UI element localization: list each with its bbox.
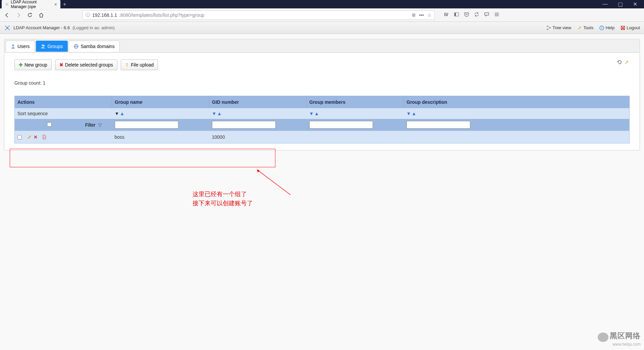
maximize-icon[interactable]: ▢ [618,1,623,7]
sort-members[interactable]: ▼▲ [309,111,319,116]
home-button[interactable] [38,11,45,19]
svg-rect-5 [444,13,445,16]
annotation-arrow [254,168,294,198]
library-icon[interactable] [444,12,449,18]
svg-rect-6 [446,13,446,16]
tree-view-link[interactable]: Tree view [546,25,571,30]
plus-icon: ✚ [19,62,23,68]
filter-members[interactable] [309,121,373,129]
table-row[interactable]: P boss 10000 [15,131,630,143]
menu-icon[interactable] [494,12,499,18]
th-group-name[interactable]: Group name [112,96,209,108]
svg-point-27 [12,44,14,46]
browser-tab[interactable]: LDAP Account Manager (ope × [2,0,60,8]
help-link[interactable]: ?Help [599,25,614,30]
select-all-checkbox[interactable] [17,122,81,127]
svg-point-0 [6,4,7,5]
group-count-label: Group count: 1 [14,80,630,86]
sort-description[interactable]: ▼▲ [407,111,417,116]
svg-rect-9 [454,13,456,16]
groups-table: Actions Group name GID number Group memb… [14,96,630,143]
upload-arrow-icon: ⇧ [125,62,129,68]
delete-icon[interactable] [33,135,38,139]
lam-logo-icon [4,25,11,31]
svg-point-1 [6,3,6,4]
svg-point-29 [43,45,45,47]
content-area: ✚New group ✖Delete selected groups ⇧File… [4,53,640,150]
refresh-icon[interactable] [617,59,622,70]
app-title: LDAP Account Manager - 6.6 [13,25,70,30]
minimize-icon[interactable]: — [602,1,608,7]
url-field[interactable]: ⓘ 192.168.1.1:8080/templates/lists/list.… [83,10,435,20]
filter-group-name[interactable] [115,121,178,129]
site-info-icon[interactable]: ⓘ [86,12,90,18]
cell-gid: 10000 [209,131,307,143]
svg-rect-7 [447,12,448,16]
svg-point-4 [7,5,8,5]
new-group-button[interactable]: ✚New group [14,59,52,70]
pocket-icon[interactable] [464,12,469,18]
logout-link[interactable]: Logout [621,25,640,30]
svg-point-2 [7,3,8,4]
settings-wrench-icon[interactable] [624,59,630,70]
sort-label: Sort sequence [15,108,112,119]
cell-members [307,131,404,143]
cell-description [404,131,630,143]
url-host: 192.168.1.1 [92,12,117,18]
sync-icon[interactable] [474,12,479,18]
lam-favicon-icon [5,2,9,7]
login-info: (Logged in as: admin) [72,25,115,30]
tab-groups[interactable]: Groups [36,41,68,52]
logout-icon [621,26,625,30]
page-actions-icon[interactable]: ••• [419,12,424,18]
edit-icon[interactable] [27,135,32,139]
back-button[interactable] [3,11,11,19]
sort-group-name[interactable]: ▼▲ [115,111,125,116]
url-path: :8080/templates/lists/list.php?type=grou… [119,12,204,18]
sort-gid[interactable]: ▼▲ [212,111,222,116]
help-icon: ? [599,26,604,30]
watermark: 黑区网络 www.heiqu.com [598,331,641,347]
watermark-bubble-icon [598,333,608,342]
th-actions: Actions [15,96,112,108]
qr-icon[interactable]: ⊞ [412,12,416,17]
svg-rect-19 [547,26,548,27]
svg-rect-21 [549,27,551,28]
filter-description[interactable] [407,121,470,129]
browser-toolbar: ⓘ 192.168.1.1:8080/templates/lists/list.… [0,8,644,22]
bookmark-star-icon[interactable]: ☆ [427,12,432,18]
delete-selected-button[interactable]: ✖Delete selected groups [55,59,117,70]
svg-point-3 [6,5,6,5]
tab-users[interactable]: Users [6,41,35,52]
cell-group-name: boss [112,131,209,143]
annotation-text: 这里已经有一个组了 接下来可以创建账号了 [193,190,253,208]
pdf-icon[interactable]: P [42,135,47,139]
new-tab-button[interactable]: + [63,1,66,7]
reload-button[interactable] [26,11,34,19]
file-upload-button[interactable]: ⇧File upload [121,59,158,70]
user-icon [11,44,15,49]
filter-label: Filter [85,122,96,128]
svg-text:?: ? [601,26,603,30]
browser-tab-strip: LDAP Account Manager (ope × + — ▢ ✕ [0,0,644,8]
url-actions: ⊞ ••• ☆ [412,12,432,18]
th-gid[interactable]: GID number [209,96,307,108]
group-icon [41,44,46,49]
row-checkbox[interactable] [17,135,22,139]
svg-text:P: P [44,136,45,138]
filter-gid[interactable] [212,121,276,129]
th-members[interactable]: Group members [307,96,404,108]
filter-funnel-icon[interactable]: ▽ [98,122,102,128]
th-description[interactable]: Group description [404,96,630,108]
close-tab-icon[interactable]: × [54,2,57,7]
tab-samba[interactable]: Samba domains [69,41,119,52]
browser-tab-title: LDAP Account Manager (ope [11,0,52,9]
tools-link[interactable]: Tools [577,25,593,30]
type-tabs: Users Groups Samba domains [4,39,640,53]
sidebar-icon[interactable] [454,12,459,18]
svg-marker-35 [257,170,260,173]
forward-button[interactable] [15,11,22,19]
close-window-icon[interactable]: ✕ [633,1,637,7]
chat-icon[interactable] [484,12,489,18]
tree-icon [546,26,551,30]
